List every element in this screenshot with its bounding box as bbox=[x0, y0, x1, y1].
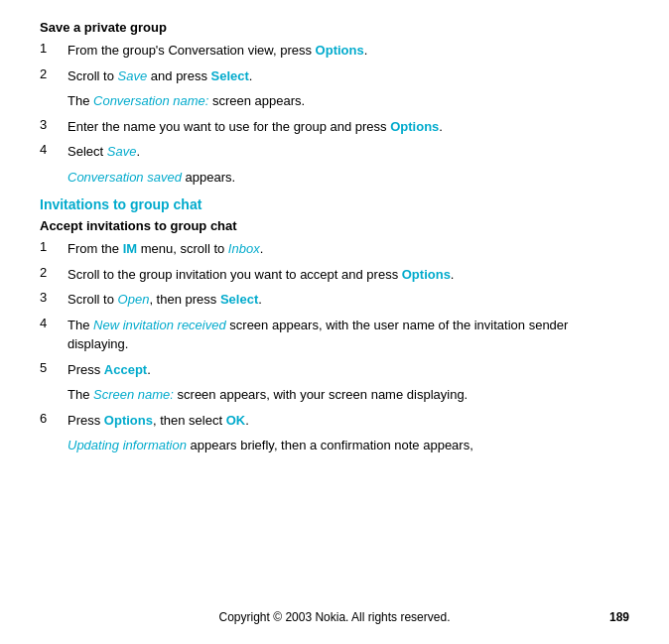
footer: Copyright © 2003 Nokia. All rights reser… bbox=[0, 610, 669, 624]
step-1: 1 From the group's Conversation view, pr… bbox=[40, 41, 629, 61]
new-invitation-highlight: New invitation received bbox=[93, 318, 226, 332]
im-highlight: IM bbox=[123, 241, 137, 256]
step-4: 4 Select Save. bbox=[40, 142, 629, 162]
step-3-content: Enter the name you want to use for the g… bbox=[67, 117, 629, 137]
accept-step-5: 5 Press Accept. bbox=[40, 360, 629, 380]
options-highlight-3: Options bbox=[402, 267, 451, 282]
accept-step-5-substep: The Screen name: screen appears, with yo… bbox=[67, 385, 629, 405]
accept-step-number-6: 6 bbox=[40, 411, 67, 431]
page-container: Save a private group 1 From the group's … bbox=[0, 0, 669, 644]
accept-step-5-content: Press Accept. bbox=[67, 360, 629, 380]
step-number-2: 2 bbox=[40, 66, 67, 86]
accept-step-3-content: Scroll to Open, then press Select. bbox=[67, 290, 629, 310]
accept-highlight: Accept bbox=[104, 362, 147, 377]
save-private-group-section: Save a private group 1 From the group's … bbox=[40, 20, 629, 187]
accept-step-6-content: Press Options, then select OK. bbox=[67, 411, 629, 431]
step-2: 2 Scroll to Save and press Select. bbox=[40, 66, 629, 86]
options-highlight-1: Options bbox=[316, 43, 364, 58]
accept-step-number-3: 3 bbox=[40, 290, 67, 310]
step-number-4: 4 bbox=[40, 142, 67, 162]
accept-step-number-2: 2 bbox=[40, 265, 67, 285]
step-1-content: From the group's Conversation view, pres… bbox=[67, 41, 629, 61]
conversation-name-highlight: Conversation name: bbox=[93, 93, 208, 108]
accept-step-number-5: 5 bbox=[40, 360, 67, 380]
save-private-group-title: Save a private group bbox=[40, 20, 629, 35]
step-3: 3 Enter the name you want to use for the… bbox=[40, 117, 629, 137]
select-highlight-2: Select bbox=[220, 292, 258, 307]
step-number-1: 1 bbox=[40, 41, 67, 61]
save-highlight: Save bbox=[118, 68, 148, 83]
accept-step-6: 6 Press Options, then select OK. bbox=[40, 411, 629, 431]
accept-invitations-title: Accept invitations to group chat bbox=[40, 218, 629, 233]
step-4-substep: Conversation saved appears. bbox=[67, 168, 629, 188]
page-number: 189 bbox=[609, 610, 629, 624]
accept-step-4: 4 The New invitation received screen app… bbox=[40, 316, 629, 354]
options-highlight-2: Options bbox=[390, 119, 439, 134]
step-4-content: Select Save. bbox=[67, 142, 629, 162]
accept-step-1: 1 From the IM menu, scroll to Inbox. bbox=[40, 239, 629, 259]
accept-step-3: 3 Scroll to Open, then press Select. bbox=[40, 290, 629, 310]
invitations-heading: Invitations to group chat bbox=[40, 196, 629, 212]
accept-step-1-content: From the IM menu, scroll to Inbox. bbox=[67, 239, 629, 259]
accept-step-number-4: 4 bbox=[40, 316, 67, 354]
accept-step-6-substep: Updating information appears briefly, th… bbox=[67, 436, 629, 455]
select-highlight-1: Select bbox=[211, 68, 249, 83]
screen-name-highlight: Screen name: bbox=[93, 387, 174, 402]
accept-step-2-content: Scroll to the group invitation you want … bbox=[67, 265, 629, 285]
updating-information-highlight: Updating information bbox=[67, 438, 187, 452]
accept-invitations-section: Accept invitations to group chat 1 From … bbox=[40, 218, 629, 455]
save-highlight-2: Save bbox=[107, 144, 137, 159]
accept-step-4-content: The New invitation received screen appea… bbox=[67, 316, 629, 354]
step-2-content: Scroll to Save and press Select. bbox=[67, 66, 629, 86]
step-2-substep: The Conversation name: screen appears. bbox=[67, 91, 629, 111]
inbox-highlight: Inbox bbox=[228, 241, 260, 256]
ok-highlight: OK bbox=[226, 413, 246, 428]
accept-step-2: 2 Scroll to the group invitation you wan… bbox=[40, 265, 629, 285]
copyright-text: Copyright © 2003 Nokia. All rights reser… bbox=[219, 610, 451, 624]
step-number-3: 3 bbox=[40, 117, 67, 137]
open-highlight: Open bbox=[118, 292, 150, 307]
options-highlight-4: Options bbox=[104, 413, 153, 428]
accept-step-number-1: 1 bbox=[40, 239, 67, 259]
conversation-saved-highlight: Conversation saved bbox=[67, 170, 182, 185]
